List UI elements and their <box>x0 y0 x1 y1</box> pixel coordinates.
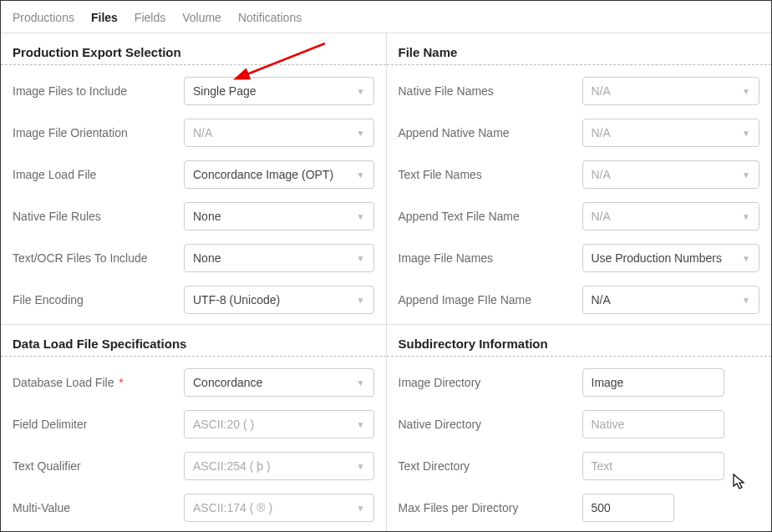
label-max-files-per-directory: Max Files per Directory <box>399 501 574 514</box>
label-image-orientation: Image File Orientation <box>13 126 175 139</box>
select-append-image-file-name[interactable]: N/A ▼ <box>582 286 760 314</box>
select-image-load-file[interactable]: Concordance Image (OPT) ▼ <box>184 160 374 189</box>
input-max-files-per-directory[interactable]: 500 <box>582 494 674 522</box>
label-image-directory: Image Directory <box>399 376 574 389</box>
label-native-file-names: Native File Names <box>399 84 574 98</box>
select-text-ocr-include[interactable]: None ▼ <box>184 244 374 272</box>
label-text-file-names: Text File Names <box>399 168 574 181</box>
select-image-file-names[interactable]: Use Production Numbers ▼ <box>582 244 760 272</box>
select-text-file-names[interactable]: N/A ▼ <box>582 160 760 189</box>
label-multi-value: Multi-Value <box>13 501 175 514</box>
chevron-down-icon: ▼ <box>742 129 750 138</box>
select-image-orientation[interactable]: N/A ▼ <box>184 119 374 147</box>
chevron-down-icon: ▼ <box>357 170 365 180</box>
section-production-export-selection: Production Export Selection <box>1 33 386 65</box>
chevron-down-icon: ▼ <box>742 296 750 305</box>
select-database-load-file[interactable]: Concordance ▼ <box>184 368 374 397</box>
label-append-text-file-name: Append Text File Name <box>399 210 574 223</box>
tab-notifications[interactable]: Notifications <box>238 11 302 24</box>
select-value: N/A <box>592 210 611 223</box>
select-value: N/A <box>193 126 212 139</box>
chevron-down-icon: ▼ <box>357 87 365 96</box>
tab-volume[interactable]: Volume <box>182 11 221 24</box>
section-subdirectory-information: Subdirectory Information <box>387 324 772 357</box>
input-text-directory[interactable]: Text <box>582 452 724 480</box>
label-image-files-include: Image Files to Include <box>13 84 175 98</box>
select-file-encoding[interactable]: UTF-8 (Unicode) ▼ <box>184 286 374 314</box>
select-value: ASCII:254 ( þ ) <box>193 459 271 473</box>
select-value: N/A <box>592 84 611 98</box>
label-file-encoding: File Encoding <box>13 293 175 307</box>
select-value: N/A <box>592 168 611 181</box>
select-field-delimiter[interactable]: ASCII:20 ( ) ▼ <box>184 410 374 438</box>
select-value: N/A <box>592 126 611 139</box>
required-indicator: * <box>119 376 123 389</box>
select-value: ASCII:174 ( ® ) <box>193 501 272 514</box>
select-append-native-name[interactable]: N/A ▼ <box>582 119 760 147</box>
label-append-native-name: Append Native Name <box>399 126 574 139</box>
chevron-down-icon: ▼ <box>357 212 365 221</box>
input-native-directory[interactable]: Native <box>582 410 724 438</box>
chevron-down-icon: ▼ <box>357 504 365 513</box>
label-text-directory: Text Directory <box>399 459 574 473</box>
select-multi-value[interactable]: ASCII:174 ( ® ) ▼ <box>184 494 374 522</box>
label-database-load-file: Database Load File * <box>13 376 175 389</box>
chevron-down-icon: ▼ <box>357 378 365 388</box>
select-value: Single Page <box>193 84 256 98</box>
select-text-qualifier[interactable]: ASCII:254 ( þ ) ▼ <box>184 452 374 480</box>
tab-productions[interactable]: Productions <box>13 11 74 24</box>
select-value: ASCII:20 ( ) <box>193 418 254 431</box>
chevron-down-icon: ▼ <box>357 296 365 305</box>
select-value: None <box>193 210 221 223</box>
select-image-files-include[interactable]: Single Page ▼ <box>184 77 374 105</box>
select-value: UTF-8 (Unicode) <box>193 293 280 307</box>
chevron-down-icon: ▼ <box>357 129 365 138</box>
label-text-ocr-include: Text/OCR Files To Include <box>13 251 175 265</box>
tab-files[interactable]: Files <box>91 11 118 24</box>
input-image-directory[interactable]: Image <box>582 368 724 397</box>
label-native-file-rules: Native File Rules <box>13 210 175 223</box>
label-field-delimiter: Field Delimiter <box>13 418 175 431</box>
select-value: N/A <box>592 293 611 307</box>
select-append-text-file-name[interactable]: N/A ▼ <box>582 202 760 231</box>
label-image-file-names: Image File Names <box>399 251 574 265</box>
chevron-down-icon: ▼ <box>742 170 750 180</box>
chevron-down-icon: ▼ <box>742 212 750 221</box>
select-value: Concordance Image (OPT) <box>193 168 333 181</box>
select-value: Use Production Numbers <box>592 251 722 265</box>
section-data-load-file-specs: Data Load File Specifications <box>1 324 386 357</box>
label-image-load-file: Image Load File <box>13 168 175 181</box>
tab-bar: Productions Files Fields Volume Notifica… <box>1 1 771 33</box>
chevron-down-icon: ▼ <box>742 254 750 263</box>
chevron-down-icon: ▼ <box>357 462 365 471</box>
label-text-qualifier: Text Qualifier <box>13 459 175 473</box>
select-value: None <box>193 251 221 265</box>
label-append-image-file-name: Append Image FIle Name <box>399 293 574 307</box>
select-value: Concordance <box>193 376 262 389</box>
section-file-name: File Name <box>387 33 772 65</box>
chevron-down-icon: ▼ <box>357 420 365 429</box>
label-native-directory: Native Directory <box>399 418 574 431</box>
select-native-file-rules[interactable]: None ▼ <box>184 202 374 231</box>
chevron-down-icon: ▼ <box>742 87 750 96</box>
select-native-file-names[interactable]: N/A ▼ <box>582 77 760 105</box>
chevron-down-icon: ▼ <box>357 254 365 263</box>
tab-fields[interactable]: Fields <box>135 11 165 24</box>
